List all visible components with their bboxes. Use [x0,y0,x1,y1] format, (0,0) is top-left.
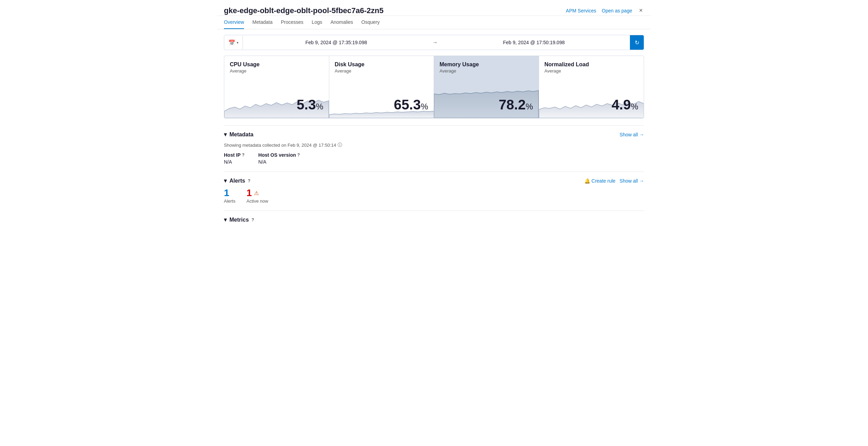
warning-icon: ⚠ [254,190,259,196]
metadata-chevron-icon: ▾ [224,131,227,138]
alerts-show-all-link[interactable]: Show all → [620,178,644,184]
alerts-title-label: Alerts [229,178,245,184]
metadata-show-all-label: Show all [620,132,638,137]
metadata-section-header: ▾ Metadata Show all → [224,131,644,138]
info-circle-icon: ⓘ [338,142,342,148]
disk-usage-title: Disk Usage [335,61,428,68]
total-alerts-label: Alerts [224,198,235,204]
memory-usage-subtitle: Average [440,68,533,74]
metrics-section-header: ▾ Metrics ? [224,216,644,223]
time-end[interactable]: Feb 9, 2024 @ 17:50:19.098 [441,40,627,45]
alerts-section: ▾ Alerts ? 🔔 Create rule Show all → [224,172,644,204]
tab-logs[interactable]: Logs [312,16,322,29]
bell-icon: 🔔 [584,178,590,184]
host-ip-label-text: Host IP [224,152,240,158]
cpu-usage-subtitle: Average [230,68,323,74]
alerts-help-icon: ? [248,178,250,183]
normalized-load-value: 4.9% [612,97,638,113]
metrics-help-icon: ? [252,217,254,222]
alerts-section-actions: 🔔 Create rule Show all → [584,178,644,184]
tab-bar: Overview Metadata Processes Logs Anomali… [217,16,651,29]
active-alerts-number: 1 [246,188,252,198]
metadata-collected-text: Showing metadata collected on Feb 9, 202… [224,143,336,148]
cpu-usage-card: CPU Usage Average 5.3% [224,56,329,118]
host-os-label: Host OS version ? [258,152,300,158]
cpu-usage-value: 5.3% [297,97,323,113]
host-os-label-text: Host OS version [258,152,296,158]
active-alerts-count: 1 ⚠ Active now [246,188,268,204]
total-alerts-count: 1 Alerts [224,188,235,204]
disk-usage-value: 65.3% [394,97,428,113]
calendar-button[interactable]: 📅 ▾ [224,36,243,49]
normalized-load-title: Normalized Load [545,61,639,68]
host-ip-field: Host IP ? N/A [224,152,245,165]
alerts-show-all-label: Show all [620,178,638,184]
normalized-load-card: Normalized Load Average 4.9% [539,56,644,118]
disk-usage-card: Disk Usage Average 65.3% [329,56,434,118]
metadata-collected-info: Showing metadata collected on Feb 9, 202… [224,142,644,148]
create-rule-link[interactable]: 🔔 Create rule [584,178,615,184]
disk-usage-subtitle: Average [335,68,428,74]
tab-osquery[interactable]: Osquery [361,16,380,29]
normalized-load-subtitle: Average [545,68,639,74]
refresh-icon: ↻ [635,39,639,46]
memory-usage-title: Memory Usage [440,61,533,68]
time-arrow: → [430,39,441,46]
alerts-chevron-icon: ▾ [224,177,227,184]
alerts-section-title[interactable]: ▾ Alerts ? [224,177,251,184]
alerts-grid: 1 Alerts 1 ⚠ Active now [224,188,644,204]
host-os-value: N/A [258,159,300,165]
calendar-icon: 📅 [228,39,235,46]
tab-overview[interactable]: Overview [224,16,244,29]
create-rule-label: Create rule [592,178,615,184]
chevron-down-icon: ▾ [237,41,238,45]
metrics-section-title[interactable]: ▾ Metrics ? [224,216,254,223]
metadata-section: ▾ Metadata Show all → Showing metadata c… [224,125,644,165]
tab-anomalies[interactable]: Anomalies [330,16,353,29]
refresh-button[interactable]: ↻ [630,35,644,50]
metadata-section-title[interactable]: ▾ Metadata [224,131,253,138]
metadata-section-actions: Show all → [620,132,644,137]
host-ip-label: Host IP ? [224,152,245,158]
host-os-field: Host OS version ? N/A [258,152,300,165]
host-ip-value: N/A [224,159,245,165]
alerts-section-header: ▾ Alerts ? 🔔 Create rule Show all → [224,177,644,184]
open-as-page-link[interactable]: Open as page [602,8,632,13]
metrics-grid: CPU Usage Average 5.3% [224,56,644,118]
memory-usage-card: Memory Usage Average 78.2% [434,56,539,118]
metrics-chevron-icon: ▾ [224,216,227,223]
time-range-bar: 📅 ▾ Feb 9, 2024 @ 17:35:19.098 → Feb 9, … [224,35,644,50]
cpu-usage-title: CPU Usage [230,61,323,68]
apm-services-link[interactable]: APM Services [566,8,596,13]
tab-processes[interactable]: Processes [281,16,303,29]
host-ip-help-icon: ? [242,153,244,157]
alerts-show-all-arrow-icon: → [639,178,644,184]
memory-usage-value: 78.2% [499,97,533,113]
time-start[interactable]: Feb 9, 2024 @ 17:35:19.098 [243,40,430,45]
total-alerts-number: 1 [224,188,235,198]
metadata-title-label: Metadata [229,132,253,138]
close-button[interactable]: × [638,6,644,16]
metadata-fields: Host IP ? N/A Host OS version ? N/A [224,152,644,165]
tab-metadata[interactable]: Metadata [252,16,272,29]
metrics-section: ▾ Metrics ? [224,211,644,223]
host-os-help-icon: ? [298,153,300,157]
metadata-show-all-arrow-icon: → [639,132,644,137]
metrics-title-label: Metrics [229,217,249,223]
metadata-show-all-link[interactable]: Show all → [620,132,644,137]
page-title: gke-edge-oblt-edge-oblt-pool-5fbec7a6-2z… [224,6,384,15]
active-alerts-label: Active now [246,198,268,204]
